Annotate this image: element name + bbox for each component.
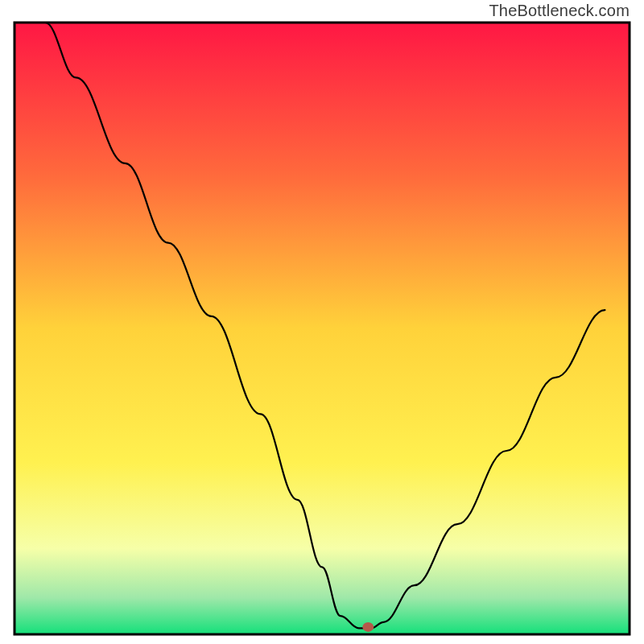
plot-background [14, 23, 630, 634]
bottleneck-plot [0, 0, 644, 644]
chart-container: TheBottleneck.com [0, 0, 644, 644]
bottleneck-marker [362, 622, 374, 632]
